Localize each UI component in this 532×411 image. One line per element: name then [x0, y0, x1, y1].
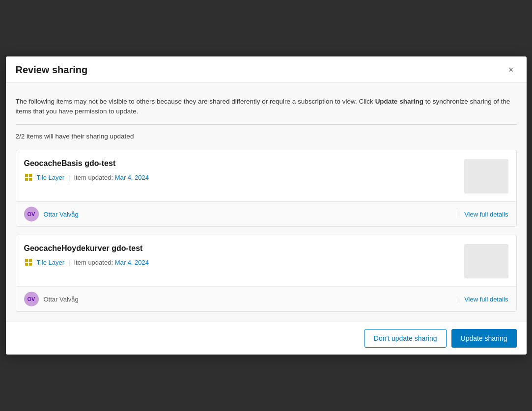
- owner-name-2: Ottar Valvåg: [44, 296, 79, 303]
- item-thumbnail-2: [464, 244, 508, 278]
- meta-sep-1: |: [68, 174, 70, 181]
- description-text: The following items may not be visible t…: [16, 97, 517, 125]
- item-name-1: GeocacheBasis gdo-test: [24, 159, 458, 168]
- description-bold: Update sharing: [375, 98, 423, 105]
- owner-info-1: OV Ottar Valvåg: [24, 207, 79, 221]
- review-sharing-modal: Review sharing × The following items may…: [6, 56, 527, 355]
- item-info-2: GeocacheHoydekurver gdo-test Tile: [24, 244, 458, 267]
- owner-name-1[interactable]: Ottar Valvåg: [44, 211, 79, 218]
- modal-title: Review sharing: [16, 64, 88, 76]
- updated-date-2: Mar 4, 2024: [115, 259, 149, 266]
- modal-body: The following items may not be visible t…: [6, 83, 527, 322]
- item-card-main-2: GeocacheHoydekurver gdo-test Tile: [16, 235, 516, 286]
- item-name-2: GeocacheHoydekurver gdo-test: [24, 244, 458, 253]
- items-summary: 2/2 items will have their sharing update…: [16, 133, 517, 142]
- view-details-link-1[interactable]: View full details: [457, 211, 508, 218]
- svg-rect-5: [29, 259, 32, 262]
- modal-overlay: Review sharing × The following items may…: [0, 0, 532, 411]
- svg-rect-4: [25, 259, 28, 262]
- description-part1: The following items may not be visible t…: [16, 98, 375, 105]
- updated-label-1: Item updated:: [74, 174, 113, 181]
- svg-rect-3: [29, 178, 32, 181]
- avatar-1: OV: [24, 207, 39, 221]
- item-card-1: GeocacheBasis gdo-test Tile Layer: [16, 150, 517, 227]
- updated-date-1: Mar 4, 2024: [115, 174, 149, 181]
- svg-rect-1: [29, 174, 32, 177]
- dont-update-sharing-button[interactable]: Don't update sharing: [364, 329, 447, 348]
- item-card-2: GeocacheHoydekurver gdo-test Tile: [16, 235, 517, 312]
- tile-layer-link-2[interactable]: Tile Layer: [37, 259, 65, 266]
- item-thumbnail-1: [464, 159, 508, 193]
- modal-footer: Don't update sharing Update sharing: [6, 322, 527, 355]
- svg-rect-0: [25, 174, 28, 177]
- meta-sep-2: |: [68, 259, 70, 266]
- item-updated-label-2: Item updated: Mar 4, 2024: [74, 259, 149, 266]
- close-button[interactable]: ×: [505, 64, 517, 75]
- modal-header: Review sharing ×: [6, 56, 527, 83]
- owner-info-2: OV Ottar Valvåg: [24, 292, 79, 306]
- tile-layer-icon-1: [24, 173, 33, 182]
- item-meta-1: Tile Layer | Item updated: Mar 4, 2024: [24, 173, 458, 182]
- view-details-link-2[interactable]: View full details: [457, 296, 508, 303]
- item-card-footer-1: OV Ottar Valvåg View full details: [16, 201, 516, 226]
- updated-label-2: Item updated:: [74, 259, 113, 266]
- item-meta-2: Tile Layer | Item updated: Mar 4, 2024: [24, 258, 458, 267]
- item-info-1: GeocacheBasis gdo-test Tile Layer: [24, 159, 458, 182]
- svg-rect-6: [25, 263, 28, 266]
- update-sharing-button[interactable]: Update sharing: [451, 329, 517, 348]
- avatar-2: OV: [24, 292, 39, 306]
- item-updated-label-1: Item updated: Mar 4, 2024: [74, 174, 149, 181]
- item-card-main-1: GeocacheBasis gdo-test Tile Layer: [16, 150, 516, 201]
- svg-rect-2: [25, 178, 28, 181]
- tile-layer-icon-2: [24, 258, 33, 267]
- svg-rect-7: [29, 263, 32, 266]
- item-card-footer-2: OV Ottar Valvåg View full details: [16, 286, 516, 311]
- tile-layer-link-1[interactable]: Tile Layer: [37, 174, 65, 181]
